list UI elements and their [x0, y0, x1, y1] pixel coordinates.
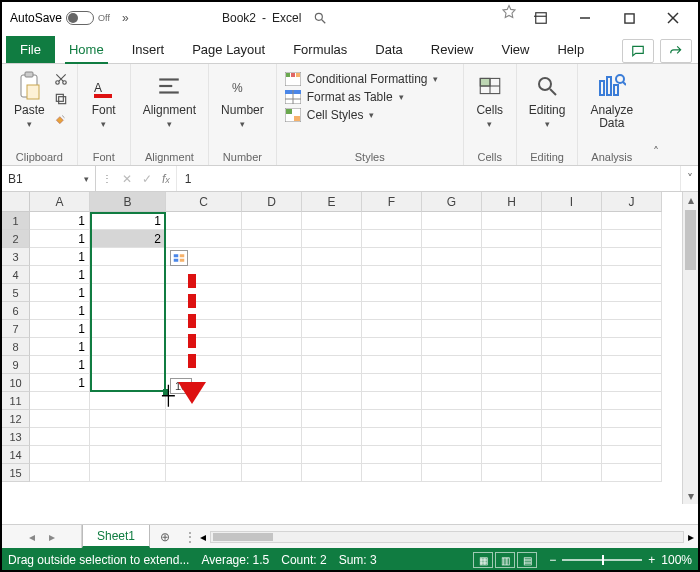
cell-styles-button[interactable]: Cell Styles▾	[285, 108, 455, 122]
cell[interactable]: 1	[30, 338, 90, 356]
cell[interactable]	[362, 338, 422, 356]
cell[interactable]	[302, 464, 362, 482]
row-header[interactable]: 7	[2, 320, 30, 338]
cell[interactable]	[362, 230, 422, 248]
row-header[interactable]: 5	[2, 284, 30, 302]
minimize-button[interactable]	[564, 4, 606, 32]
cell[interactable]	[422, 392, 482, 410]
col-header-I[interactable]: I	[542, 192, 602, 212]
cell[interactable]	[362, 266, 422, 284]
cell[interactable]	[90, 374, 166, 392]
cell[interactable]	[542, 230, 602, 248]
premium-icon[interactable]	[500, 4, 518, 22]
alignment-button[interactable]: Alignment ▾	[139, 68, 200, 131]
cell[interactable]	[422, 284, 482, 302]
cell[interactable]	[90, 248, 166, 266]
cell[interactable]	[422, 428, 482, 446]
row-header[interactable]: 13	[2, 428, 30, 446]
row-header[interactable]: 14	[2, 446, 30, 464]
tab-help[interactable]: Help	[543, 36, 598, 63]
sheet-tab-active[interactable]: Sheet1	[82, 525, 150, 548]
row-header[interactable]: 15	[2, 464, 30, 482]
cell[interactable]	[302, 320, 362, 338]
cell[interactable]: 1	[30, 320, 90, 338]
cell[interactable]	[602, 302, 662, 320]
chevron-down-icon[interactable]: ▾	[84, 174, 89, 184]
row-header[interactable]: 11	[2, 392, 30, 410]
scroll-up-icon[interactable]: ▴	[683, 192, 698, 208]
cell[interactable]	[482, 464, 542, 482]
cell[interactable]	[422, 212, 482, 230]
cell[interactable]	[482, 248, 542, 266]
cell[interactable]	[242, 320, 302, 338]
row-header[interactable]: 9	[2, 356, 30, 374]
cell[interactable]	[542, 266, 602, 284]
cell[interactable]	[90, 392, 166, 410]
cell[interactable]	[30, 446, 90, 464]
cell[interactable]	[302, 446, 362, 464]
cell[interactable]	[542, 248, 602, 266]
tab-home[interactable]: Home	[55, 36, 118, 63]
cell[interactable]	[422, 446, 482, 464]
cell[interactable]	[422, 374, 482, 392]
cell[interactable]	[302, 302, 362, 320]
cancel-icon[interactable]: ✕	[122, 172, 132, 186]
cell[interactable]	[242, 248, 302, 266]
format-as-table-button[interactable]: Format as Table▾	[285, 90, 455, 104]
view-buttons[interactable]: ▦ ▥ ▤	[473, 552, 537, 568]
cell[interactable]	[302, 392, 362, 410]
cell[interactable]	[482, 428, 542, 446]
cell[interactable]	[422, 356, 482, 374]
font-button[interactable]: A Font ▾	[86, 68, 122, 131]
cell[interactable]: 1	[30, 356, 90, 374]
cell[interactable]	[602, 212, 662, 230]
cell[interactable]	[482, 338, 542, 356]
cell[interactable]	[90, 446, 166, 464]
cell[interactable]: 1	[30, 302, 90, 320]
cell[interactable]	[422, 230, 482, 248]
cell[interactable]	[482, 212, 542, 230]
cell[interactable]	[242, 338, 302, 356]
cell[interactable]	[302, 212, 362, 230]
number-button[interactable]: % Number ▾	[217, 68, 268, 131]
cell[interactable]	[302, 374, 362, 392]
cell[interactable]	[482, 392, 542, 410]
scroll-thumb[interactable]	[685, 210, 696, 270]
cell[interactable]	[166, 464, 242, 482]
cell[interactable]	[362, 410, 422, 428]
cell[interactable]	[542, 212, 602, 230]
cell[interactable]	[90, 464, 166, 482]
cell[interactable]	[302, 410, 362, 428]
zoom-slider[interactable]	[562, 559, 642, 561]
cell[interactable]	[602, 428, 662, 446]
cell[interactable]	[302, 266, 362, 284]
cell[interactable]	[602, 284, 662, 302]
cell[interactable]	[166, 428, 242, 446]
autosave-toggle[interactable]: AutoSave Off	[6, 11, 114, 25]
cell[interactable]	[242, 212, 302, 230]
cell[interactable]	[302, 428, 362, 446]
cell[interactable]: 1	[30, 248, 90, 266]
cell[interactable]	[302, 284, 362, 302]
zoom-in-icon[interactable]: +	[648, 553, 655, 567]
normal-view-icon[interactable]: ▦	[473, 552, 493, 568]
tab-data[interactable]: Data	[361, 36, 416, 63]
scroll-right-icon[interactable]: ▸	[688, 530, 694, 544]
formula-input[interactable]: 1	[177, 166, 680, 191]
cell[interactable]	[602, 464, 662, 482]
cell[interactable]	[166, 410, 242, 428]
cell[interactable]	[90, 410, 166, 428]
cell[interactable]	[602, 338, 662, 356]
cell[interactable]	[242, 284, 302, 302]
row-header[interactable]: 2	[2, 230, 30, 248]
maximize-button[interactable]	[608, 4, 650, 32]
cell[interactable]	[302, 356, 362, 374]
cell[interactable]	[482, 320, 542, 338]
cell[interactable]	[242, 410, 302, 428]
cell[interactable]	[362, 428, 422, 446]
cell[interactable]	[542, 338, 602, 356]
cell[interactable]	[602, 248, 662, 266]
page-break-view-icon[interactable]: ▤	[517, 552, 537, 568]
cell[interactable]	[422, 248, 482, 266]
cell[interactable]: 1	[30, 374, 90, 392]
